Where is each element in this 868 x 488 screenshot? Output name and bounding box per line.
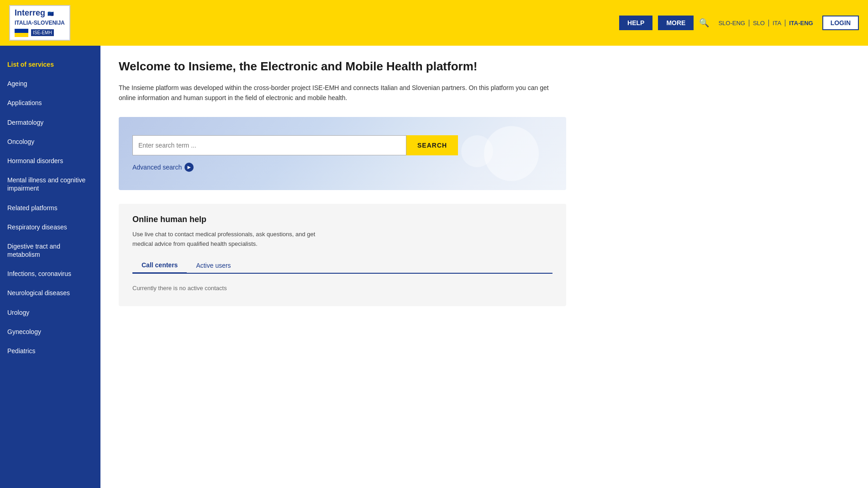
lang-slo-eng[interactable]: SLO-ENG (715, 20, 749, 27)
sidebar-item-applications[interactable]: Applications (0, 93, 100, 112)
search-section: SEARCH Advanced search ► (119, 117, 566, 190)
sidebar-item-mental-illness[interactable]: Mental illness and cognitive impairment (0, 170, 100, 198)
main-content: Welcome to Insieme, the Electronic and M… (100, 46, 868, 488)
language-selector: SLO-ENG SLO ITA ITA-ENG (715, 20, 816, 27)
sidebar-item-neurological[interactable]: Neurological diseases (0, 283, 100, 302)
sidebar-item-related-platforms[interactable]: Related platforms (0, 198, 100, 217)
advanced-search-icon: ► (184, 163, 194, 172)
sidebar-item-urology[interactable]: Urology (0, 303, 100, 322)
sidebar-item-respiratory-diseases[interactable]: Respiratory diseases (0, 217, 100, 237)
lang-slo[interactable]: SLO (749, 20, 769, 27)
logo-box: Interreg 🇪🇺 ITALIA-SLOVENIJA ISE-EMH (9, 5, 70, 41)
help-section-title: Online human help (132, 215, 552, 224)
lang-ita-eng[interactable]: ITA-ENG (785, 20, 816, 27)
help-button[interactable]: HELP (619, 16, 652, 30)
advanced-search-link[interactable]: Advanced search ► (132, 163, 552, 172)
logo-sub: ISE-EMH (15, 29, 54, 37)
tab-active-users[interactable]: Active users (187, 258, 240, 273)
sidebar-item-hormonal-disorders[interactable]: Hormonal disorders (0, 151, 100, 170)
search-row: SEARCH (132, 135, 552, 155)
sidebar-item-gynecology[interactable]: Gynecology (0, 322, 100, 341)
login-button[interactable]: LOGIN (822, 16, 859, 30)
tabs-row: Call centers Active users (132, 258, 552, 274)
sidebar-item-list-of-services[interactable]: List of services (0, 55, 100, 74)
help-section: Online human help Use live chat to conta… (119, 204, 566, 307)
sidebar-item-ageing[interactable]: Ageing (0, 74, 100, 93)
sidebar-item-oncology[interactable]: Oncology (0, 132, 100, 151)
intro-text: The Insieme platform was developed withi… (119, 83, 566, 103)
ise-badge: ISE-EMH (31, 29, 54, 36)
sidebar-item-pediatrics[interactable]: Pediatrics (0, 341, 100, 361)
header-nav: HELP MORE 🔍 SLO-ENG SLO ITA ITA-ENG LOGI… (110, 16, 859, 30)
tab-call-centers[interactable]: Call centers (132, 258, 187, 274)
search-button[interactable]: SEARCH (406, 135, 458, 155)
header: Interreg 🇪🇺 ITALIA-SLOVENIJA ISE-EMH HEL… (0, 0, 868, 46)
more-button[interactable]: MORE (658, 16, 694, 30)
search-input[interactable] (132, 135, 406, 155)
sidebar: List of services Ageing Applications Der… (0, 46, 100, 488)
main-layout: List of services Ageing Applications Der… (0, 46, 868, 488)
lang-ita[interactable]: ITA (769, 20, 785, 27)
no-contacts-message: Currently there is no active contacts (132, 281, 552, 295)
help-section-description: Use live chat to contact medical profess… (132, 230, 324, 249)
logo-area: Interreg 🇪🇺 ITALIA-SLOVENIJA ISE-EMH (9, 5, 110, 41)
flag-icon (15, 29, 28, 37)
advanced-search-label: Advanced search (132, 164, 182, 171)
search-icon[interactable]: 🔍 (699, 18, 709, 28)
sidebar-item-dermatology[interactable]: Dermatology (0, 113, 100, 132)
logo-interreg: Interreg 🇪🇺 ITALIA-SLOVENIJA (15, 9, 65, 27)
sidebar-item-digestive-tract[interactable]: Digestive tract and metabolism (0, 237, 100, 264)
sidebar-item-infections[interactable]: Infections, coronavirus (0, 264, 100, 283)
page-title: Welcome to Insieme, the Electronic and M… (119, 59, 850, 74)
